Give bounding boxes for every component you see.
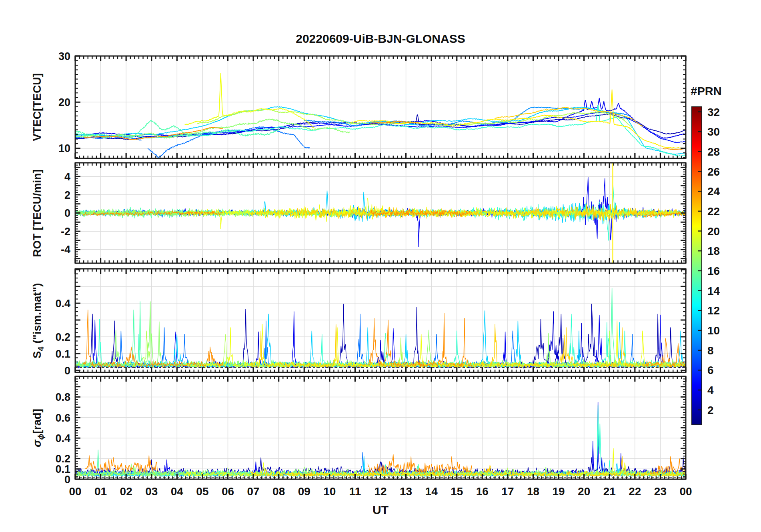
x-tick-label: 14 bbox=[425, 485, 438, 498]
colorbar-tick-label: 32 bbox=[707, 106, 720, 118]
y-tick-label: 20 bbox=[58, 96, 70, 108]
x-tick-label: 05 bbox=[196, 485, 208, 498]
colorbar-tick-label: 4 bbox=[707, 384, 714, 396]
x-tick-label: 10 bbox=[323, 485, 336, 498]
x-tick-label: 19 bbox=[553, 485, 565, 498]
y-tick-label: 2 bbox=[64, 189, 70, 201]
colorbar-tick-label: 14 bbox=[707, 285, 720, 297]
x-tick-label: 07 bbox=[247, 485, 260, 498]
y-tick-label: 0.6 bbox=[55, 412, 70, 424]
x-tick-label: 00 bbox=[679, 485, 692, 498]
x-tick-label: 04 bbox=[171, 485, 184, 498]
chart-canvas: 102030-4-202400.10.20.400.10.20.40.60.80… bbox=[0, 0, 761, 532]
colorbar bbox=[692, 107, 702, 425]
y-tick-label: 0.2 bbox=[55, 453, 70, 465]
colorbar-tick-label: 12 bbox=[707, 304, 720, 317]
x-tick-label: 11 bbox=[349, 485, 361, 498]
x-tick-label: 01 bbox=[94, 485, 107, 498]
x-tick-label: 18 bbox=[527, 485, 539, 498]
colorbar-tick-label: 8 bbox=[707, 344, 714, 357]
x-tick-label: 21 bbox=[603, 485, 616, 498]
y-axis-label-sigma-phi: σϕ[rad] bbox=[31, 344, 47, 512]
x-axis-label: UT bbox=[75, 503, 686, 517]
x-tick-label: 12 bbox=[374, 485, 387, 498]
colorbar-tick-label: 10 bbox=[707, 324, 720, 337]
colorbar-tick-label: 22 bbox=[707, 205, 720, 218]
figure-glonass-scintillation: 102030-4-202400.10.20.400.10.20.40.60.80… bbox=[0, 0, 761, 532]
y-tick-label: 0 bbox=[64, 474, 70, 486]
y-tick-label: 0 bbox=[64, 365, 70, 377]
x-tick-label: 03 bbox=[145, 485, 158, 498]
page-title: 20220609-UiB-BJN-GLONASS bbox=[75, 32, 686, 46]
y-tick-label: -4 bbox=[61, 244, 70, 256]
x-tick-label: 17 bbox=[501, 485, 514, 498]
y-tick-label: 0 bbox=[64, 207, 70, 219]
colorbar-tick-label: 26 bbox=[707, 166, 720, 178]
y-tick-label: 0.4 bbox=[55, 432, 70, 444]
y-tick-label: 0.1 bbox=[55, 348, 70, 360]
x-tick-label: 23 bbox=[654, 485, 667, 498]
colorbar-tick-label: 28 bbox=[707, 146, 720, 158]
y-tick-label: 30 bbox=[58, 50, 70, 62]
x-tick-label: 00 bbox=[69, 485, 81, 498]
colorbar-tick-label: 24 bbox=[707, 185, 720, 198]
x-tick-label: 13 bbox=[400, 485, 412, 498]
x-tick-label: 09 bbox=[298, 485, 310, 498]
y-tick-label: 0.2 bbox=[55, 331, 70, 343]
colorbar-tick-label: 30 bbox=[707, 126, 720, 138]
colorbar-title: #PRN bbox=[678, 85, 734, 98]
colorbar-tick-label: 16 bbox=[707, 265, 720, 277]
y-tick-label: 0.4 bbox=[55, 298, 70, 310]
y-tick-label: 0.1 bbox=[55, 463, 70, 475]
x-tick-label: 22 bbox=[629, 485, 641, 498]
x-tick-label: 08 bbox=[272, 485, 285, 498]
y-tick-label: 4 bbox=[64, 171, 70, 183]
colorbar-tick-label: 6 bbox=[707, 364, 714, 376]
x-tick-label: 02 bbox=[120, 485, 132, 498]
colorbar-tick-label: 2 bbox=[707, 404, 714, 416]
y-tick-label: 0.8 bbox=[55, 391, 70, 403]
x-tick-label: 16 bbox=[476, 485, 489, 498]
colorbar-tick-label: 18 bbox=[707, 245, 720, 257]
colorbar-tick-label: 20 bbox=[707, 225, 720, 238]
x-tick-label: 15 bbox=[451, 485, 463, 498]
x-tick-label: 20 bbox=[578, 485, 590, 498]
y-tick-label: 10 bbox=[58, 142, 70, 154]
x-tick-label: 06 bbox=[222, 485, 234, 498]
y-tick-label: -2 bbox=[61, 226, 70, 238]
